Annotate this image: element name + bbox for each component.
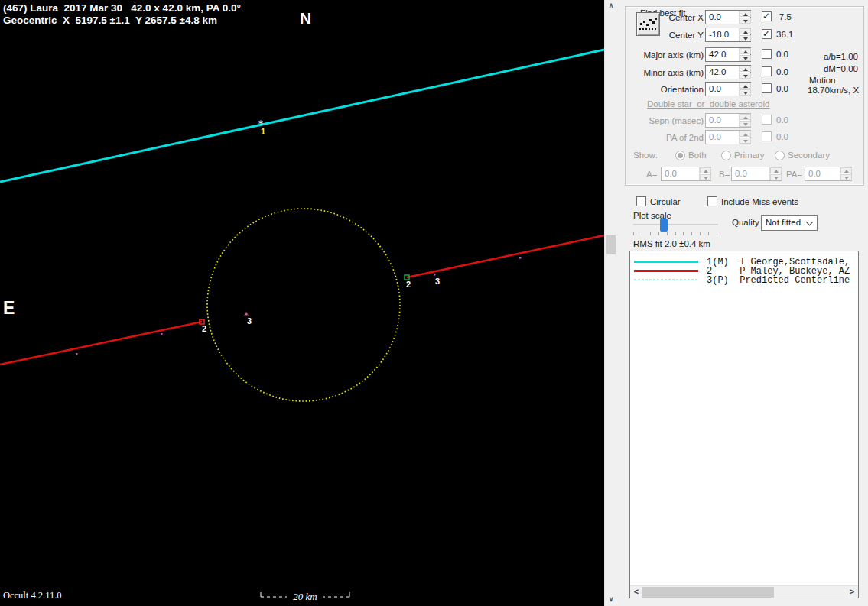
orientation-fit-checkbox[interactable] [762, 83, 772, 93]
spin-up-icon [770, 167, 782, 173]
station-dot-marker [76, 353, 78, 355]
motion-value-label: 18.70km/s, X [808, 86, 859, 95]
scroll-right-arrow-icon[interactable]: > [846, 586, 858, 598]
sepn-offset-label: 0.0 [776, 115, 788, 125]
scroll-up-arrow-icon[interactable]: ∧ [605, 0, 617, 12]
radio-both [675, 151, 685, 160]
minor-axis-offset-label: 0.0 [776, 67, 788, 76]
plot-scale-slider[interactable] [633, 219, 718, 231]
slider-tick-marks [633, 232, 718, 235]
quality-dropdown[interactable]: Not fitted [761, 215, 818, 231]
chord-number-label: 3 [247, 316, 252, 326]
legend-horizontal-scrollbar[interactable]: < > [630, 585, 858, 598]
orientation-spinbox[interactable]: 0.0 [705, 82, 751, 96]
legend-item[interactable]: 1(M) T George,Scottsdale, [630, 257, 858, 266]
double-star-section-title: Double star or double asteroid [647, 99, 769, 109]
chord-2-observed [407, 235, 604, 277]
quality-value[interactable]: Not fitted [766, 218, 801, 227]
quality-label: Quality [732, 218, 759, 227]
include-miss-events-checkbox[interactable] [707, 196, 717, 206]
vertical-scrollbar-thumb[interactable] [606, 235, 616, 254]
b-spinbox: 0.0 [731, 167, 782, 181]
pa-label: PA= [786, 170, 802, 179]
center-x-offset-label: -7.5 [776, 12, 792, 21]
major-axis-fit-checkbox[interactable] [762, 49, 772, 59]
center-x-fit-checkbox[interactable] [762, 11, 772, 21]
orientation-value[interactable]: 0.0 [709, 84, 721, 93]
horizontal-scrollbar-thumb[interactable] [642, 587, 774, 598]
axis-ratio-label: a/b=1.00 [798, 52, 858, 61]
scale-bar-label: 20 km [293, 591, 317, 602]
slider-track[interactable] [633, 224, 718, 225]
spin-up-icon [840, 167, 852, 173]
major-axis-value[interactable]: 42.0 [709, 50, 726, 59]
center-x-spinbox[interactable]: 0.0 [705, 10, 751, 24]
spin-up-icon[interactable] [740, 11, 751, 17]
spin-down-icon[interactable] [740, 55, 751, 61]
legend-line-swatch [634, 270, 698, 272]
center-y-fit-checkbox[interactable] [762, 29, 772, 39]
circular-label: Circular [650, 197, 681, 206]
chord-number-label: 2 [202, 324, 206, 333]
scroll-left-arrow-icon[interactable]: < [630, 586, 642, 598]
spin-up-icon[interactable] [740, 28, 751, 34]
pa-of-2nd-spinbox: 0.0 [705, 130, 751, 144]
dm-label: dM=0.00 [798, 64, 858, 73]
spin-down-icon [740, 121, 751, 127]
major-axis-spinbox[interactable]: 42.0 [705, 47, 751, 62]
spin-down-icon[interactable] [740, 73, 751, 79]
radio-primary-label: Primary [734, 151, 765, 160]
pa-value: 0.0 [808, 169, 821, 178]
sepn-fit-checkbox [762, 115, 772, 125]
pa-of-2nd-offset-label: 0.0 [776, 132, 788, 141]
north-direction-label: N [300, 9, 311, 28]
chord-1-observed [0, 50, 604, 182]
legend-item[interactable]: 2 P Maley, Buckeye, AZ [630, 266, 858, 275]
spin-up-icon [700, 167, 711, 173]
occult-window: 20 km **12233 (467) Laura 2017 Mar 30 42… [0, 0, 868, 606]
legend-item-text: 3(P) Predicted Centerline [707, 275, 850, 286]
center-x-value[interactable]: 0.0 [709, 12, 721, 21]
include-miss-events-label: Include Miss events [721, 197, 798, 206]
major-axis-offset-label: 0.0 [776, 50, 788, 59]
spin-down-icon[interactable] [740, 89, 751, 96]
legend-item[interactable]: 3(P) Predicted Centerline [630, 275, 858, 284]
scroll-down-arrow-icon[interactable]: ∨ [605, 594, 617, 606]
center-y-spinbox[interactable]: -18.0 [705, 28, 751, 42]
plot-subtitle: Geocentric X 5197.5 ±1.1 Y 2657.5 ±4.8 k… [3, 15, 217, 26]
minor-axis-spinbox[interactable]: 42.0 [705, 65, 751, 79]
motion-label: Motion [809, 76, 836, 85]
spin-down-icon [740, 138, 751, 144]
spin-up-icon[interactable] [740, 66, 751, 72]
spin-up-icon [740, 114, 751, 120]
chevron-down-icon[interactable] [806, 219, 814, 226]
legend-line-swatch [634, 261, 698, 263]
observer-legend-listbox[interactable]: 1(M) T George,Scottsdale,2 P Maley, Buck… [629, 251, 859, 598]
spin-down-icon[interactable] [740, 18, 751, 24]
asteroid-profile-circle [207, 209, 400, 401]
spin-down-icon[interactable] [740, 35, 751, 41]
spin-up-icon[interactable] [740, 83, 751, 89]
orientation-label: Orientation [624, 85, 704, 94]
main-vertical-scrollbar[interactable]: ∧ ∨ [604, 0, 616, 606]
chord-plot: 20 km **12233 [0, 0, 604, 606]
fit-control-panel: Find best fit Center X 0.0 [616, 0, 868, 606]
major-axis-label: Major axis (km) [624, 50, 704, 60]
circular-checkbox[interactable] [636, 196, 646, 206]
spin-down-icon [700, 174, 711, 180]
minor-axis-fit-checkbox[interactable] [762, 66, 772, 76]
radio-secondary [775, 151, 785, 160]
chord-2-observed [0, 322, 202, 365]
center-y-offset-label: 36.1 [776, 30, 793, 39]
east-direction-label: E [3, 298, 15, 319]
spin-up-icon[interactable] [740, 48, 751, 54]
center-y-label: Center Y [624, 31, 704, 40]
a-label: A= [646, 170, 657, 179]
center-x-label: Center X [624, 13, 704, 22]
slider-thumb[interactable] [660, 219, 668, 232]
station-dot-marker [161, 333, 163, 335]
minor-axis-value[interactable]: 42.0 [709, 67, 726, 76]
sepn-label: Sepn (masec) [624, 116, 704, 125]
center-y-value[interactable]: -18.0 [709, 30, 729, 39]
a-value: 0.0 [665, 169, 677, 178]
